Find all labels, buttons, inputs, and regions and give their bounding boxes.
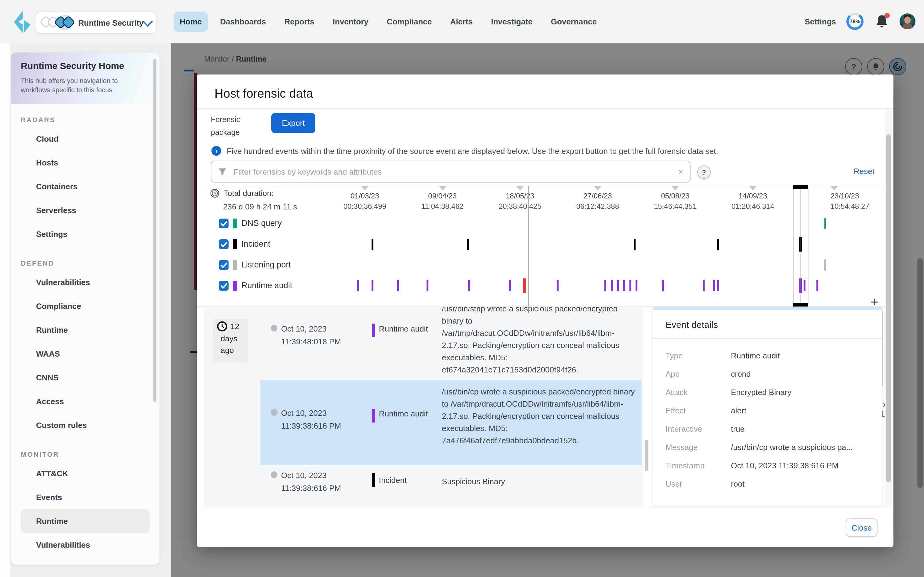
event-tick[interactable] xyxy=(629,280,631,291)
reset-link[interactable]: Reset xyxy=(854,167,874,176)
sidebar-item-runtime[interactable]: Runtime xyxy=(21,509,150,533)
event-tick[interactable] xyxy=(397,280,399,291)
sidebar-item-vulnerabilities[interactable]: Vulnerabilities xyxy=(21,533,150,557)
event-list-row[interactable]: 12daysagoOct 10, 202311:39:48:018 PMRunt… xyxy=(204,307,643,380)
chevron-down-icon xyxy=(143,17,153,27)
sidebar-item-settings[interactable]: Settings xyxy=(21,222,150,246)
details-field-row: Appcrond xyxy=(653,364,882,383)
sidebar-item-cloud[interactable]: Cloud xyxy=(21,127,150,151)
nav-item-reports[interactable]: Reports xyxy=(278,11,320,31)
sidebar-card: Runtime Security Home This hub offers yo… xyxy=(10,52,160,566)
event-list-row[interactable]: Oct 10, 202311:39:38:616 PMIncidentSuspi… xyxy=(204,469,643,507)
event-tick[interactable] xyxy=(509,280,510,291)
timeline-selection-brush[interactable] xyxy=(793,185,809,307)
event-tick[interactable] xyxy=(357,280,359,291)
event-timestamp: Oct 10, 202311:39:48:018 PM xyxy=(281,322,341,348)
sidebar-scrollbar[interactable] xyxy=(153,59,157,402)
time-label: 11:04:38.462 xyxy=(422,202,464,211)
series-checkbox[interactable] xyxy=(219,219,229,228)
modal-header-divider xyxy=(197,108,893,109)
check-icon xyxy=(220,221,227,226)
series-color-chip xyxy=(233,239,237,249)
nav-item-governance[interactable]: Governance xyxy=(545,11,603,31)
close-button[interactable]: Close xyxy=(846,518,877,537)
series-checkbox[interactable] xyxy=(219,239,229,249)
event-tick[interactable] xyxy=(523,279,526,293)
event-tick[interactable] xyxy=(717,280,718,291)
check-icon xyxy=(220,262,227,268)
sidebar-item-cnns[interactable]: CNNS xyxy=(21,366,150,390)
sidebar-item-runtime[interactable]: Runtime xyxy=(21,318,150,342)
sidebar-item-hosts[interactable]: Hosts xyxy=(21,151,150,175)
modal-scrollbar-thumb[interactable] xyxy=(886,134,891,482)
details-field-key: Timestamp xyxy=(666,461,731,470)
event-tick[interactable] xyxy=(556,280,558,291)
event-tick[interactable] xyxy=(824,218,826,229)
series-color-chip xyxy=(233,281,237,291)
sidebar-item-access[interactable]: Access xyxy=(21,390,150,413)
event-tick[interactable] xyxy=(371,280,373,291)
event-tick[interactable] xyxy=(635,280,637,291)
event-tick[interactable] xyxy=(662,280,663,291)
event-tick[interactable] xyxy=(468,280,470,291)
event-time-line: 11:39:38:616 PM xyxy=(281,419,341,432)
sidebar-section-radars: RADARSCloudHostsContainersServerlessSett… xyxy=(11,104,160,247)
event-tick[interactable] xyxy=(623,280,625,291)
event-list-row[interactable]: Oct 10, 202311:39:38:616 PMRuntime audit… xyxy=(204,380,643,465)
sidebar-item-waas[interactable]: WAAS xyxy=(21,342,150,366)
event-tick[interactable] xyxy=(703,280,704,291)
event-tick[interactable] xyxy=(371,239,373,250)
event-type-bar xyxy=(372,324,375,337)
sidebar-item-compliance[interactable]: Compliance xyxy=(21,294,150,318)
filter-help-button[interactable]: ? xyxy=(697,166,711,179)
progress-ring-value: 78% xyxy=(846,12,864,31)
event-tick[interactable] xyxy=(717,239,718,250)
details-field-key: Interactive xyxy=(666,424,731,433)
sidebar-item-vulnerabilities[interactable]: Vulnerabilities xyxy=(21,271,150,294)
event-message: Suspicious Binary xyxy=(442,475,640,488)
progress-ring-badge[interactable]: 78% xyxy=(846,12,864,31)
clear-filter-icon[interactable]: × xyxy=(678,167,683,176)
series-label: Runtime audit xyxy=(241,281,292,290)
brush-right-edge xyxy=(809,189,809,303)
notifications-button[interactable] xyxy=(874,13,890,29)
sidebar-item-containers[interactable]: Containers xyxy=(21,175,150,198)
series-checkbox[interactable] xyxy=(219,281,229,291)
details-field-row: TypeRuntime audit xyxy=(653,346,882,364)
relative-time-unit: days xyxy=(221,334,248,343)
sidebar-item-custom-rules[interactable]: Custom rules xyxy=(21,413,150,437)
relative-time-unit: ago xyxy=(221,346,248,355)
settings-link[interactable]: Settings xyxy=(804,17,836,26)
filter-input[interactable] xyxy=(232,166,678,177)
details-field-row: AttackEncrypted Binary xyxy=(653,383,882,401)
event-tick[interactable] xyxy=(824,259,826,271)
user-avatar[interactable] xyxy=(900,13,916,29)
sidebar-item-att-ck[interactable]: ATT&CK xyxy=(21,462,150,485)
timeline-cursor-line xyxy=(528,186,528,306)
nav-item-inventory[interactable]: Inventory xyxy=(326,11,375,31)
event-list-scrollbar[interactable] xyxy=(645,440,648,471)
nav-item-compliance[interactable]: Compliance xyxy=(381,11,438,31)
event-tick[interactable] xyxy=(633,239,635,250)
event-tick[interactable] xyxy=(816,280,818,291)
details-field-key: Effect xyxy=(666,406,731,415)
nav-item-alerts[interactable]: Alerts xyxy=(444,11,479,31)
series-checkbox[interactable] xyxy=(219,260,229,270)
product-switcher-dropdown[interactable]: Runtime Security xyxy=(35,11,157,34)
nav-item-home[interactable]: Home xyxy=(174,11,208,31)
event-tick[interactable] xyxy=(467,239,468,250)
event-tick[interactable] xyxy=(611,280,613,291)
event-tick[interactable] xyxy=(713,280,715,291)
brush-top-handle[interactable] xyxy=(793,185,808,189)
sidebar-item-events[interactable]: Events xyxy=(21,485,150,509)
nav-item-dashboards[interactable]: Dashboards xyxy=(214,11,272,31)
nav-item-investigate[interactable]: Investigate xyxy=(485,11,539,31)
total-duration-label: Total duration: xyxy=(224,189,273,198)
sidebar-description: This hub offers you navigation to workfl… xyxy=(21,76,137,95)
event-tick[interactable] xyxy=(617,280,619,291)
export-button[interactable]: Export xyxy=(271,113,315,133)
event-tick[interactable] xyxy=(604,280,606,291)
modal-scrollbar-track[interactable] xyxy=(885,109,892,506)
sidebar-item-serverless[interactable]: Serverless xyxy=(21,198,150,222)
event-tick[interactable] xyxy=(426,280,428,291)
